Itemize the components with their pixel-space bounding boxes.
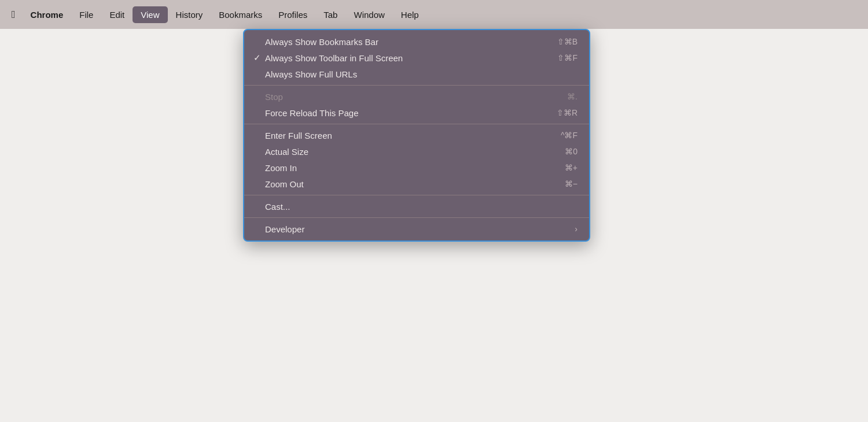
history-menu-item[interactable]: History — [168, 6, 211, 23]
separator-1 — [244, 85, 589, 86]
actual-size-shortcut: ⌘0 — [565, 147, 578, 156]
always-show-toolbar-fullscreen-item[interactable]: ✓ Always Show Toolbar in Full Screen ⇧⌘F — [244, 50, 589, 66]
help-menu-item[interactable]: Help — [393, 6, 427, 23]
cast-item[interactable]: Cast... — [244, 198, 589, 214]
zoom-out-item[interactable]: Zoom Out ⌘− — [244, 176, 589, 192]
stop-item[interactable]: Stop ⌘. — [244, 88, 589, 105]
edit-menu-item[interactable]: Edit — [101, 6, 133, 23]
developer-label: Developer — [265, 224, 575, 234]
apple-menu-item[interactable]:  — [5, 5, 23, 24]
always-show-bookmarks-bar-shortcut: ⇧⌘B — [557, 37, 578, 46]
cast-label: Cast... — [265, 202, 578, 212]
actual-size-label: Actual Size — [265, 147, 542, 157]
always-show-toolbar-fullscreen-shortcut: ⇧⌘F — [557, 53, 578, 62]
separator-4 — [244, 217, 589, 218]
separator-2 — [244, 124, 589, 124]
stop-label: Stop — [265, 92, 544, 102]
separator-3 — [244, 195, 589, 195]
menubar:  Chrome File Edit View History Bookmark… — [0, 0, 868, 29]
zoom-in-label: Zoom In — [265, 163, 542, 173]
force-reload-shortcut: ⇧⌘R — [557, 108, 578, 117]
developer-item[interactable]: Developer › — [244, 221, 589, 237]
view-dropdown: Always Show Bookmarks Bar ⇧⌘B ✓ Always S… — [243, 29, 590, 242]
zoom-in-item[interactable]: Zoom In ⌘+ — [244, 160, 589, 176]
always-show-bookmarks-bar-label: Always Show Bookmarks Bar — [265, 37, 534, 47]
enter-full-screen-label: Enter Full Screen — [265, 131, 538, 140]
always-show-full-urls-label: Always Show Full URLs — [265, 69, 578, 79]
view-menu-dropdown: Always Show Bookmarks Bar ⇧⌘B ✓ Always S… — [243, 29, 590, 242]
profiles-menu-item[interactable]: Profiles — [270, 6, 315, 23]
actual-size-item[interactable]: Actual Size ⌘0 — [244, 143, 589, 160]
force-reload-label: Force Reload This Page — [265, 108, 534, 118]
always-show-bookmarks-bar-item[interactable]: Always Show Bookmarks Bar ⇧⌘B — [244, 34, 589, 50]
enter-full-screen-shortcut: ^⌘F — [561, 131, 578, 140]
always-show-toolbar-fullscreen-label: Always Show Toolbar in Full Screen — [265, 53, 534, 63]
stop-shortcut: ⌘. — [567, 92, 578, 101]
zoom-out-label: Zoom Out — [265, 179, 542, 189]
chrome-menu-item[interactable]: Chrome — [23, 6, 72, 23]
zoom-out-shortcut: ⌘− — [565, 179, 578, 188]
checkmark-icon: ✓ — [253, 53, 261, 63]
file-menu-item[interactable]: File — [71, 6, 101, 23]
view-menu-item[interactable]: View — [133, 6, 167, 23]
always-show-full-urls-item[interactable]: Always Show Full URLs — [244, 66, 589, 82]
zoom-in-shortcut: ⌘+ — [565, 163, 578, 172]
force-reload-item[interactable]: Force Reload This Page ⇧⌘R — [244, 105, 589, 121]
enter-full-screen-item[interactable]: Enter Full Screen ^⌘F — [244, 127, 589, 143]
window-menu-item[interactable]: Window — [345, 6, 392, 23]
tab-menu-item[interactable]: Tab — [315, 6, 345, 23]
submenu-arrow-icon: › — [575, 224, 578, 234]
bookmarks-menu-item[interactable]: Bookmarks — [211, 6, 270, 23]
